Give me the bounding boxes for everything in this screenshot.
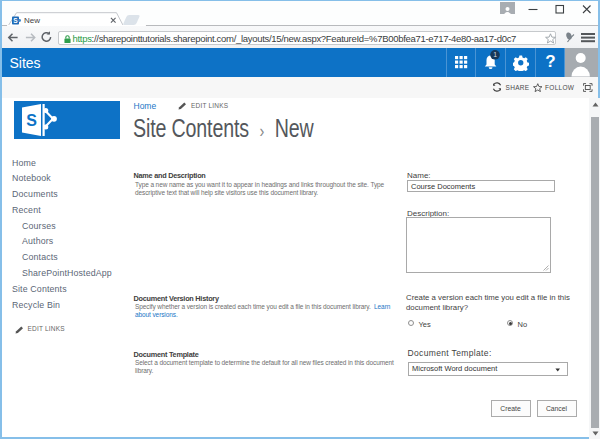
svg-text:S: S: [26, 112, 37, 129]
svg-text:S: S: [13, 17, 18, 24]
svg-text:1: 1: [493, 51, 497, 58]
